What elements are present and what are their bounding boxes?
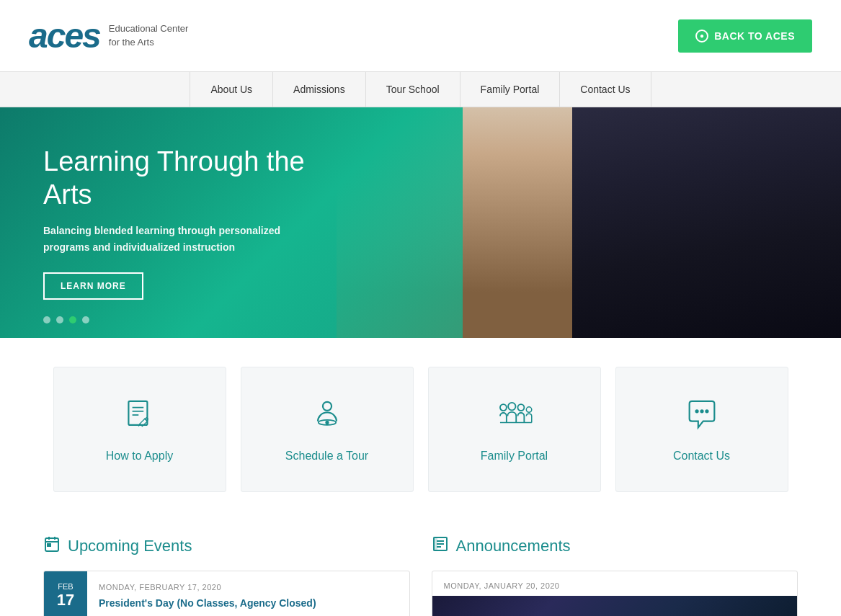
hero-dot-4[interactable] (82, 316, 89, 323)
events-section: Upcoming Events Feb 17 MONDAY, FEBRUARY … (43, 535, 410, 616)
event-info: MONDAY, FEBRUARY 17, 2020 President's Da… (87, 571, 409, 616)
document-edit-icon (121, 396, 159, 438)
event-full-date: MONDAY, FEBRUARY 17, 2020 (99, 583, 398, 592)
hero-content: Learning Through the Arts Balancing blen… (43, 146, 331, 300)
nav-admissions[interactable]: Admissions (273, 72, 366, 107)
hero-dot-2[interactable] (56, 316, 63, 323)
event-month: Feb (58, 582, 73, 591)
chat-bubble-icon (683, 396, 721, 438)
quick-links-section: How to Apply Schedule a Tour (0, 338, 841, 521)
svg-point-15 (700, 409, 703, 413)
logo-area: aces Educational Center for the Arts (29, 19, 188, 53)
back-to-aces-button[interactable]: ● BACK TO ACES (678, 19, 812, 53)
svg-point-11 (517, 404, 524, 411)
person-location-icon (308, 396, 346, 438)
quick-contact-us[interactable]: Contact Us (615, 367, 788, 492)
hero-title: Learning Through the Arts (43, 146, 331, 211)
svg-rect-21 (48, 544, 50, 546)
hero-learn-more-button[interactable]: LEARN MORE (43, 272, 143, 300)
logo: aces (29, 19, 100, 53)
content-row: Upcoming Events Feb 17 MONDAY, FEBRUARY … (0, 521, 841, 616)
hero-dot-1[interactable] (43, 316, 50, 323)
nav-tour-school[interactable]: Tour School (366, 72, 460, 107)
event-day: 17 (57, 591, 74, 610)
announcements-heading-text: Announcements (456, 537, 571, 555)
newspaper-icon (432, 535, 449, 556)
svg-point-8 (499, 404, 506, 411)
hero-person-right (572, 107, 841, 338)
back-button-label: BACK TO ACES (714, 30, 795, 42)
svg-point-10 (508, 403, 515, 410)
logo-subtitle: Educational Center for the Arts (109, 22, 189, 48)
svg-point-5 (322, 402, 331, 411)
hero-dot-3[interactable] (69, 316, 76, 323)
announcement-item[interactable]: MONDAY, JANUARY 20, 2020 (432, 571, 798, 616)
svg-point-7 (325, 421, 329, 424)
svg-point-16 (705, 409, 708, 413)
event-date-badge: Feb 17 (44, 571, 87, 616)
hero-banner: Learning Through the Arts Balancing blen… (0, 107, 841, 338)
nav-about-us[interactable]: About Us (190, 72, 273, 107)
hero-dots (43, 316, 89, 323)
event-title[interactable]: President's Day (No Classes, Agency Clos… (99, 597, 398, 609)
quick-schedule-tour[interactable]: Schedule a Tour (241, 367, 414, 492)
events-heading: Upcoming Events (43, 535, 410, 556)
announcement-image (432, 596, 798, 616)
schedule-tour-label: Schedule a Tour (285, 450, 368, 463)
how-to-apply-label: How to Apply (106, 450, 173, 463)
event-item[interactable]: Feb 17 MONDAY, FEBRUARY 17, 2020 Preside… (43, 571, 410, 616)
quick-family-portal[interactable]: Family Portal (428, 367, 601, 492)
top-bar: aces Educational Center for the Arts ● B… (0, 0, 841, 72)
announcements-section: Announcements MONDAY, JANUARY 20, 2020 (432, 535, 798, 616)
svg-point-12 (526, 407, 531, 412)
nav-bar: About Us Admissions Tour School Family P… (0, 72, 841, 107)
nav-contact-us[interactable]: Contact Us (560, 72, 651, 107)
nav-family-portal[interactable]: Family Portal (460, 72, 561, 107)
family-portal-label: Family Portal (481, 450, 548, 463)
contact-us-label: Contact Us (673, 450, 730, 463)
arrow-circle-icon: ● (695, 30, 708, 43)
announce-date: MONDAY, JANUARY 20, 2020 (432, 571, 798, 596)
svg-rect-26 (434, 537, 437, 550)
quick-how-to-apply[interactable]: How to Apply (53, 367, 226, 492)
hero-subtitle: Balancing blended learning through perso… (43, 223, 331, 255)
svg-rect-0 (128, 401, 147, 425)
svg-line-4 (138, 424, 140, 426)
svg-point-14 (695, 409, 698, 413)
calendar-icon (43, 535, 61, 556)
family-group-icon (496, 396, 533, 438)
events-heading-text: Upcoming Events (68, 537, 192, 555)
announcements-heading: Announcements (432, 535, 798, 556)
